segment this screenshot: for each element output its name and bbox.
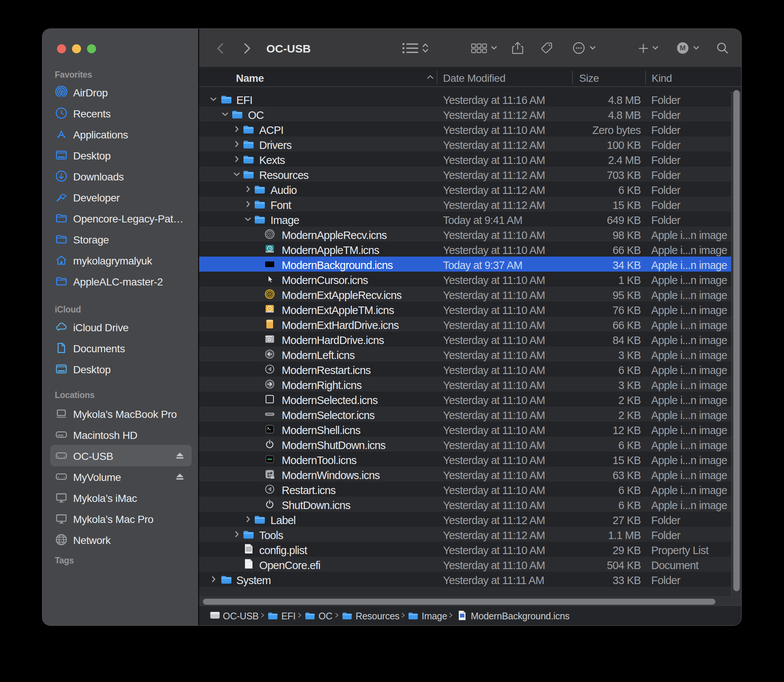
svg-text:M: M bbox=[680, 44, 686, 52]
